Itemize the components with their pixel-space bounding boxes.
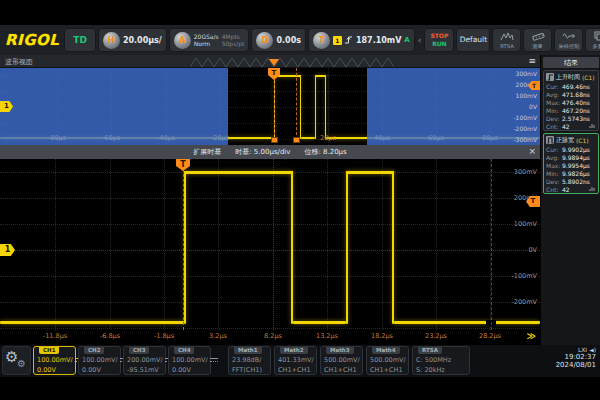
results-sidebar: 结果 上升时间 (C1) Cur:469.46ns Avg:471.68ns M… bbox=[540, 55, 600, 345]
stat-label: Cur: bbox=[546, 83, 562, 90]
trigger-handle[interactable] bbox=[271, 137, 278, 143]
run-label: RUN bbox=[432, 40, 447, 48]
channel4-scale: 100.00mV/ bbox=[172, 356, 208, 364]
main-time-label: -6.8μs bbox=[100, 332, 120, 340]
trigger-settings[interactable]: T 1 187.10mV A bbox=[308, 28, 415, 52]
channel2-scale: 100.00mV/ bbox=[82, 356, 118, 364]
overview-time-label: -80μs bbox=[48, 134, 66, 142]
collapse-arrow-icon[interactable]: ‹ bbox=[417, 35, 423, 45]
channel4-offset: 0.00V bbox=[172, 366, 191, 374]
main-plot bbox=[0, 159, 540, 330]
acquire-mode: Norm bbox=[194, 40, 219, 47]
channel1-box[interactable]: CH1 100.00mV/ 0.00V bbox=[33, 346, 76, 375]
window-titlebar: 波形视图 ≡ bbox=[0, 55, 540, 68]
trigger-knob[interactable]: T bbox=[313, 32, 330, 49]
math4-box[interactable]: Math4 500.00mV/ CH1+CH1 bbox=[366, 346, 409, 375]
waveform-falling-edge bbox=[392, 171, 394, 324]
acquire-settings[interactable]: A 20GSa/s Norm 4Mpts 50ps/pt bbox=[169, 28, 250, 52]
math2-tab[interactable]: Math2 bbox=[280, 347, 308, 354]
aux-marker-line[interactable] bbox=[491, 159, 492, 330]
window-menu-icon[interactable]: ≡ bbox=[528, 56, 536, 66]
top-toolbar: RIGOL TD H 20.00μs/ A 20GSa/s Norm 4Mpts… bbox=[0, 25, 600, 55]
acquire-knob[interactable]: A bbox=[174, 32, 191, 49]
channel1-scale: 100.00mV/ bbox=[37, 356, 73, 364]
zoom-info-bar: 扩展时基 时基: 5.00μs/div 位移: 8.20μs × bbox=[0, 145, 540, 159]
delay-knob[interactable]: D bbox=[256, 32, 273, 49]
grid-line bbox=[0, 250, 540, 251]
math4-tab[interactable]: Math4 bbox=[372, 347, 400, 354]
overview-time-label: 40μs bbox=[374, 134, 390, 142]
channel4-box[interactable]: CH4 100.00mV/ 0.00V bbox=[168, 346, 211, 375]
run-stop-button[interactable]: STOP RUN bbox=[424, 28, 454, 52]
menu-expand-icon[interactable]: ≫ bbox=[527, 331, 536, 341]
delay-settings[interactable]: D 0.00s bbox=[251, 28, 306, 52]
math4-expression: CH1+CH1 bbox=[370, 366, 403, 374]
close-icon[interactable]: × bbox=[528, 146, 536, 156]
trigger-status-label: TD bbox=[69, 35, 91, 45]
grid-line bbox=[164, 159, 165, 330]
horizontal-knob[interactable]: H bbox=[103, 32, 120, 49]
trigger-position-indicator[interactable] bbox=[269, 59, 279, 66]
dc-coupling-icon bbox=[210, 357, 218, 363]
rtsa-box[interactable]: RTSA C: 500MHz S: 20kHz bbox=[412, 346, 470, 375]
measurement-card-pulsewidth[interactable]: 正脉宽 (C1) Cur:9.9902μs Avg:9.9894μs Max:9… bbox=[543, 133, 599, 194]
channel2-tab[interactable]: CH2 bbox=[84, 347, 104, 354]
main-time-label: 23.2μs bbox=[425, 332, 447, 340]
channel1-tab[interactable]: CH1 bbox=[39, 347, 59, 354]
math3-tab[interactable]: Math3 bbox=[326, 347, 354, 354]
stat-value: 42 bbox=[562, 186, 570, 193]
rtsa-center-freq: C: 500MHz bbox=[416, 356, 451, 364]
zoom-position-line[interactable] bbox=[296, 68, 297, 140]
overview-volt-label: -100mV bbox=[513, 114, 537, 121]
trigger-coupling: A bbox=[404, 36, 409, 44]
rtsa-tab[interactable]: RTSA bbox=[418, 347, 442, 354]
stat-label: Cnt: bbox=[546, 123, 562, 130]
rtsa-label: RTSA bbox=[500, 42, 513, 50]
channel3-scale: 200.00mV/ bbox=[127, 356, 163, 364]
sample-control-button[interactable]: 采样控制 bbox=[554, 28, 583, 52]
stat-label: Min: bbox=[546, 107, 562, 114]
horizontal-settings[interactable]: H 20.00μs/ bbox=[98, 28, 167, 52]
measure-button[interactable]: 测量 bbox=[523, 28, 552, 52]
pulse-width-icon bbox=[546, 136, 554, 144]
gear-icon: ⚙ bbox=[17, 359, 26, 369]
system-time: 19:02:37 bbox=[536, 353, 596, 361]
beeper-icon: ◄) bbox=[589, 346, 596, 353]
stat-label: Dev: bbox=[546, 115, 562, 122]
settings-button[interactable]: ⚙ ⚙ bbox=[2, 346, 31, 375]
delay-value: 0.00s bbox=[276, 36, 301, 45]
statistics-icon[interactable] bbox=[589, 186, 596, 192]
measurement-card-risetime[interactable]: 上升时间 (C1) Cur:469.46ns Avg:471.68ns Max:… bbox=[543, 70, 599, 131]
math1-box[interactable]: Math1 23.98dB/ FFT(CH1) bbox=[228, 346, 271, 375]
system-date: 2024/08/01 bbox=[536, 361, 596, 369]
waveform-arrow-icon bbox=[562, 31, 576, 41]
multi-window-label: 多窗口 bbox=[592, 42, 600, 50]
channel4-tab[interactable]: CH4 bbox=[174, 347, 194, 354]
rise-time-icon bbox=[546, 73, 554, 81]
clock-block: LXI ◄) 19:02:37 2024/08/01 bbox=[536, 346, 596, 369]
oscilloscope-screen: RIGOL TD H 20.00μs/ A 20GSa/s Norm 4Mpts… bbox=[0, 0, 600, 400]
math3-scale: 500.00mV/ bbox=[324, 356, 360, 364]
math2-box[interactable]: Math2 401.33mV/ CH1+CH1 bbox=[274, 346, 317, 375]
channel2-box[interactable]: CH2 100.00mV/ 0.00V bbox=[78, 346, 121, 375]
zoom-position-handle[interactable] bbox=[293, 137, 300, 143]
grid-line bbox=[0, 198, 540, 199]
default-button[interactable]: Default bbox=[456, 28, 490, 52]
statistics-icon[interactable] bbox=[589, 123, 596, 129]
math3-expression: CH1+CH1 bbox=[324, 366, 357, 374]
stat-value: 9.9954μs bbox=[562, 162, 590, 169]
lxi-icon: LXI bbox=[578, 346, 587, 353]
channel3-tab[interactable]: CH3 bbox=[129, 347, 149, 354]
stat-label: Cur: bbox=[546, 146, 562, 153]
math1-tab[interactable]: Math1 bbox=[234, 347, 262, 354]
waveform-baseline bbox=[293, 321, 346, 324]
grid-line bbox=[0, 302, 540, 303]
rtsa-button[interactable]: RTSA bbox=[492, 28, 521, 52]
math3-box[interactable]: Math3 500.00mV/ CH1+CH1 bbox=[320, 346, 363, 375]
waveform-falling-edge bbox=[291, 171, 293, 324]
math2-expression: CH1+CH1 bbox=[278, 366, 311, 374]
waveform-falling-edge bbox=[300, 75, 301, 139]
multi-window-button[interactable]: 多窗口 bbox=[585, 28, 600, 52]
channel3-box[interactable]: CH3 200.00mV/ -95.51mV bbox=[123, 346, 166, 375]
main-trigger-line[interactable] bbox=[183, 159, 184, 330]
